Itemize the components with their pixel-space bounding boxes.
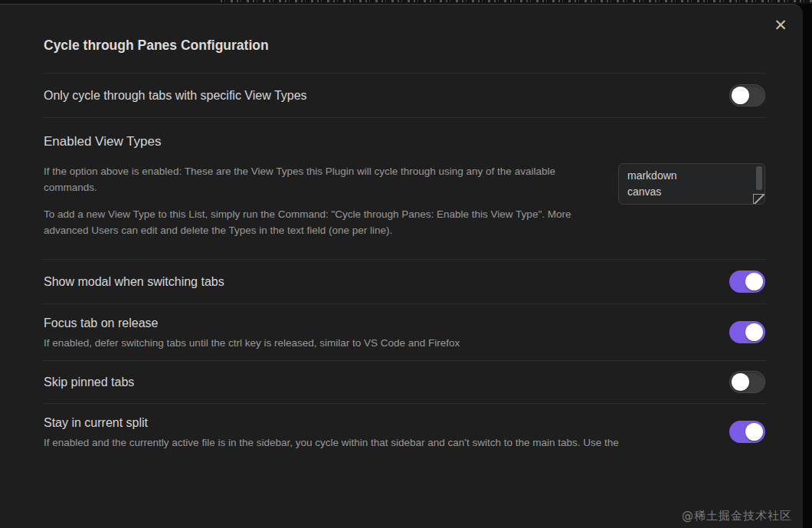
setting-desc-focus-tab: If enabled, defer switching tabs until t… bbox=[44, 335, 712, 351]
setting-row-show-modal: Show modal when switching tabs bbox=[44, 259, 765, 303]
textarea-resize-handle[interactable] bbox=[753, 194, 765, 204]
setting-name-skip-pinned: Skip pinned tabs bbox=[44, 372, 712, 393]
setting-row-stay-split: Stay in current split If enabled and the… bbox=[44, 403, 765, 460]
toggle-knob bbox=[732, 87, 749, 104]
setting-name-stay-split: Stay in current split bbox=[44, 412, 712, 434]
close-button[interactable]: ✕ bbox=[769, 14, 792, 37]
toggle-knob bbox=[732, 373, 749, 391]
view-types-textarea-wrap: markdown canvas bbox=[618, 163, 765, 205]
toggle-only-cycle[interactable] bbox=[729, 84, 765, 107]
watermark: @稀土掘金技术社区 bbox=[682, 509, 792, 523]
modal-content: Cycle through Panes Configuration Only c… bbox=[44, 5, 765, 460]
toggle-focus-tab[interactable] bbox=[729, 321, 765, 343]
textarea-scrollbar-thumb[interactable] bbox=[756, 166, 762, 190]
setting-heading-view-types: Enabled View Types bbox=[44, 130, 765, 153]
background-app-fragments bbox=[221, 0, 812, 2]
view-types-description-1: If the option above is enabled: These ar… bbox=[44, 163, 606, 195]
toggle-skip-pinned[interactable] bbox=[729, 371, 765, 393]
settings-modal: ✕ Cycle through Panes Configuration Only… bbox=[0, 4, 803, 528]
setting-desc-stay-split: If enabled and the currently active file… bbox=[44, 435, 712, 451]
setting-name-only-cycle: Only cycle through tabs with specific Vi… bbox=[44, 85, 712, 107]
toggle-show-modal[interactable] bbox=[729, 271, 765, 293]
setting-name-show-modal: Show modal when switching tabs bbox=[44, 271, 712, 293]
section-enabled-view-types: Enabled View Types If the option above i… bbox=[44, 117, 765, 259]
close-icon: ✕ bbox=[774, 16, 787, 34]
toggle-stay-split[interactable] bbox=[729, 421, 765, 443]
toggle-knob bbox=[745, 323, 763, 341]
view-types-description-2: To add a new View Type to this List, sim… bbox=[44, 206, 606, 238]
setting-row-only-cycle: Only cycle through tabs with specific Vi… bbox=[44, 73, 765, 117]
setting-name-focus-tab: Focus tab on release bbox=[44, 313, 712, 334]
toggle-knob bbox=[745, 273, 763, 290]
setting-row-skip-pinned: Skip pinned tabs bbox=[44, 360, 765, 403]
view-types-textarea[interactable]: markdown canvas bbox=[618, 163, 765, 205]
toggle-knob bbox=[745, 423, 763, 441]
setting-row-focus-tab: Focus tab on release If enabled, defer s… bbox=[44, 303, 765, 360]
page-title: Cycle through Panes Configuration bbox=[44, 38, 765, 73]
